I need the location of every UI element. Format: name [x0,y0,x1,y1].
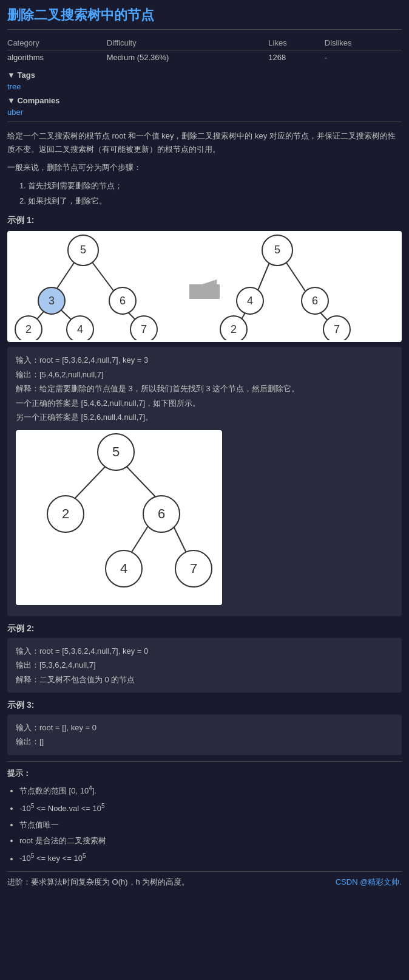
val-difficulty: Medium (52.36%) [107,50,269,65]
follow-up-section: 进阶：要求算法时间复杂度为 O(h)，h 为树的高度。 CSDN @精彩文帅. [7,877,402,888]
desc-para2: 一般来说，删除节点可分为两个步骤： [7,161,402,174]
step2: 2. 如果找到了，删除它。 [19,194,402,208]
desc-para1: 给定一个二叉搜索树的根节点 root 和一个值 key，删除二叉搜索树中的 ke… [7,129,402,156]
svg-text:5: 5 [112,444,120,459]
tree-diagram-2: 5 2 6 4 7 [16,430,222,605]
col-difficulty: Difficulty [107,36,269,50]
example3-output: 输出：[] [16,735,393,749]
example2-box: 输入：root = [5,3,6,2,4,null,7], key = 0 输出… [7,638,402,693]
svg-text:6: 6 [158,506,165,521]
example1-explain3: 另一个正确答案是 [5,2,6,null,4,null,7]。 [16,410,393,424]
example2-input: 输入：root = [5,3,6,2,4,null,7], key = 0 [16,644,393,658]
svg-text:5: 5 [80,244,86,256]
svg-line-33 [70,462,110,503]
svg-line-1 [89,258,117,295]
hints-title: 提示： [7,768,402,779]
tags-header[interactable]: ▼ Tags [7,70,402,80]
hint-1: 节点数的范围 [0, 104]. [19,783,402,799]
example1-title: 示例 1: [7,215,402,226]
hint-5: -105 <= key <= 105 [19,850,402,866]
example2-explain: 解释：二叉树不包含值为 0 的节点 [16,673,393,687]
companies-container: uber [7,108,402,117]
val-category: algorithms [7,50,107,65]
svg-text:4: 4 [77,323,83,335]
hint-4: root 是合法的二叉搜索树 [19,834,402,849]
svg-text:7: 7 [141,323,147,335]
svg-text:3: 3 [49,295,55,307]
col-likes: Likes [268,36,324,50]
companies-header[interactable]: ▼ Companies [7,96,402,105]
example1-input: 输入：root = [5,3,6,2,4,null,7], key = 3 [16,353,393,367]
svg-text:2: 2 [25,323,32,335]
hints-list: 节点数的范围 [0, 104]. -105 <= Node.val <= 105… [19,783,402,866]
val-likes: 1268 [268,50,324,65]
page-title: 删除二叉搜索树中的节点 [7,6,402,30]
col-category: Category [7,36,107,50]
example1-box: 输入：root = [5,3,6,2,4,null,7], key = 3 输出… [7,347,402,615]
step1: 1. 首先找到需要删除的节点； [19,179,402,193]
example3-title: 示例 3: [7,700,402,711]
page-container: 删除二叉搜索树中的节点 Category Difficulty Likes Di… [0,0,409,894]
svg-rect-18 [189,284,220,299]
svg-text:7: 7 [334,323,340,335]
svg-text:2: 2 [231,323,237,335]
svg-text:6: 6 [120,295,126,307]
hints-section: 提示： 节点数的范围 [0, 104]. -105 <= Node.val <=… [7,768,402,866]
svg-text:4: 4 [120,561,127,576]
svg-text:7: 7 [190,561,197,576]
meta-table: Category Difficulty Likes Dislikes algor… [7,36,402,64]
divider-2 [7,761,402,762]
hint-2: -105 <= Node.val <= 105 [19,800,402,817]
tree-diagram-1: 5 3 6 2 4 7 [7,231,402,342]
example1-output: 输出：[5,4,6,2,null,null,7] [16,368,393,382]
tags-container: tree [7,82,402,91]
example3-input: 输入：root = [], key = 0 [16,721,393,735]
tag-tree[interactable]: tree [7,82,21,91]
description-section: 给定一个二叉搜索树的根节点 root 和一个值 key，删除二叉搜索树中的 ke… [7,129,402,208]
divider-1 [7,122,402,122]
example2-output: 输出：[5,3,6,2,4,null,7] [16,658,393,672]
example2-title: 示例 2: [7,623,402,634]
col-dislikes: Dislikes [325,36,402,50]
watermark: CSDN @精彩文帅. [336,877,402,888]
example1-explain1: 解释：给定需要删除的节点值是 3，所以我们首先找到 3 这个节点，然后删除它。 [16,382,393,396]
val-dislikes: - [325,50,402,65]
hint-3: 节点值唯一 [19,818,402,833]
company-uber[interactable]: uber [7,108,23,117]
example3-box: 输入：root = [], key = 0 输出：[] [7,714,402,755]
steps-container: 1. 首先找到需要删除的节点； 2. 如果找到了，删除它。 [19,179,402,208]
svg-text:5: 5 [274,244,280,256]
example1-explain2: 一个正确的答案是 [5,4,6,2,null,null,7]，如下图所示。 [16,396,393,410]
divider-3 [7,871,402,872]
svg-text:2: 2 [62,506,69,521]
svg-text:6: 6 [312,295,318,307]
svg-line-20 [283,258,308,295]
follow-up-text: 进阶：要求算法时间复杂度为 O(h)，h 为树的高度。 [7,877,330,888]
svg-text:4: 4 [247,295,253,307]
